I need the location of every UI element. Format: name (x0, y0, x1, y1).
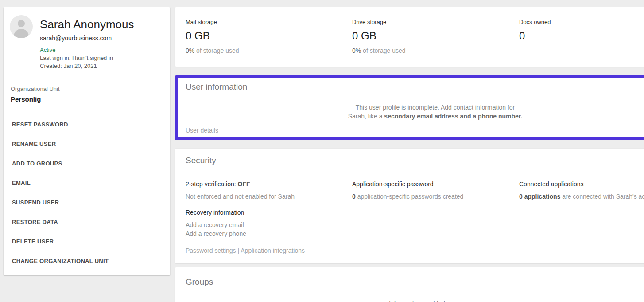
application-integrations-link[interactable]: Application integrations (241, 247, 305, 254)
connected-applications-block: Connected applications 0 applications ar… (519, 180, 644, 201)
security-footer-links: Password settings | Application integrat… (186, 247, 305, 254)
docs-owned-label: Docs owned (519, 19, 644, 25)
message-line-1: This user profile is incomplete. Add con… (178, 103, 644, 112)
user-summary-card: Sarah Anonymous sarah@yourbusiness.com A… (4, 7, 170, 275)
delete-user-button[interactable]: DELETE USER (4, 231, 170, 251)
recovery-heading: Recovery information (186, 208, 246, 217)
groups-title: Groups (186, 277, 213, 287)
security-title: Security (186, 156, 216, 165)
usage-stats-card: Mail storage 0 GB 0% of storage used Dri… (175, 7, 644, 67)
created-date: Created: Jan 20, 2021 (40, 63, 97, 69)
two-step-sub: Not enforced and not enabled for Sarah (186, 192, 352, 201)
two-step-heading: 2-step verification: OFF (186, 180, 352, 188)
user-name: Sarah Anonymous (40, 18, 134, 31)
mail-storage-stat: Mail storage 0 GB 0% of storage used (186, 19, 352, 67)
incomplete-profile-message: This user profile is incomplete. Add con… (178, 103, 644, 121)
mail-storage-percent: 0% of storage used (186, 47, 352, 54)
change-org-unit-button[interactable]: CHANGE ORGANIZATIONAL UNIT (4, 251, 170, 271)
last-sign-in: Last sign in: Hasn't signed in (40, 55, 113, 61)
drive-storage-label: Drive storage (352, 19, 519, 25)
recovery-links: Add a recovery email Add a recovery phon… (186, 220, 246, 238)
app-password-sub: 0 application-specific passwords created (352, 192, 519, 201)
app-password-heading: Application-specific password (352, 180, 519, 188)
two-step-verification-block: 2-step verification: OFF Not enforced an… (186, 180, 352, 201)
groups-card: Groups Sarah hasn't been added to any gr… (175, 267, 644, 302)
email-button[interactable]: EMAIL (4, 173, 170, 192)
profile-section: Sarah Anonymous sarah@yourbusiness.com A… (4, 7, 170, 79)
user-actions-menu: RESET PASSWORD RENAME USER ADD TO GROUPS… (4, 110, 170, 271)
user-email: sarah@yourbusiness.com (40, 35, 112, 42)
docs-owned-value: 0 (519, 30, 644, 42)
drive-storage-stat: Drive storage 0 GB 0% of storage used (352, 19, 519, 67)
rename-user-button[interactable]: RENAME USER (4, 134, 170, 153)
password-settings-link[interactable]: Password settings (186, 247, 236, 254)
mail-storage-value: 0 GB (186, 30, 352, 42)
organizational-unit-section: Organizational Unit Personlig (4, 79, 170, 110)
detail-panels: Mail storage 0 GB 0% of storage used Dri… (175, 7, 644, 302)
reset-password-button[interactable]: RESET PASSWORD (4, 114, 170, 134)
add-recovery-phone-link[interactable]: Add a recovery phone (186, 229, 246, 238)
docs-owned-stat: Docs owned 0 (519, 19, 644, 67)
org-unit-value: Personlig (11, 95, 41, 103)
user-information-card: User information This user profile is in… (175, 75, 644, 140)
app-specific-password-block: Application-specific password 0 applicat… (352, 180, 519, 201)
org-unit-label: Organizational Unit (11, 86, 60, 92)
drive-storage-value: 0 GB (352, 30, 519, 42)
avatar (10, 15, 33, 38)
add-to-groups-button[interactable]: ADD TO GROUPS (4, 153, 170, 173)
suspend-user-button[interactable]: SUSPEND USER (4, 192, 170, 212)
connected-apps-heading: Connected applications (519, 180, 644, 188)
drive-storage-percent: 0% of storage used (352, 47, 519, 54)
security-columns: 2-step verification: OFF Not enforced an… (186, 180, 644, 201)
add-recovery-email-link[interactable]: Add a recovery email (186, 220, 246, 229)
security-card: Security 2-step verification: OFF Not en… (175, 149, 644, 263)
status-badge: Active (40, 47, 55, 53)
user-details-link[interactable]: User details (186, 127, 218, 134)
restore-data-button[interactable]: RESTORE DATA (4, 212, 170, 231)
message-line-2: Sarah, like a secondary email address an… (178, 112, 644, 121)
two-step-state: OFF (238, 180, 250, 188)
recovery-information-block: Recovery information Add a recovery emai… (186, 208, 246, 238)
footer-separator: | (236, 247, 241, 254)
mail-storage-label: Mail storage (186, 19, 352, 25)
connected-apps-sub: 0 applications are connected with Sarah'… (519, 192, 644, 201)
user-information-title: User information (186, 82, 247, 92)
groups-empty-message: Sarah hasn't been added to any groups ye… (175, 299, 644, 302)
